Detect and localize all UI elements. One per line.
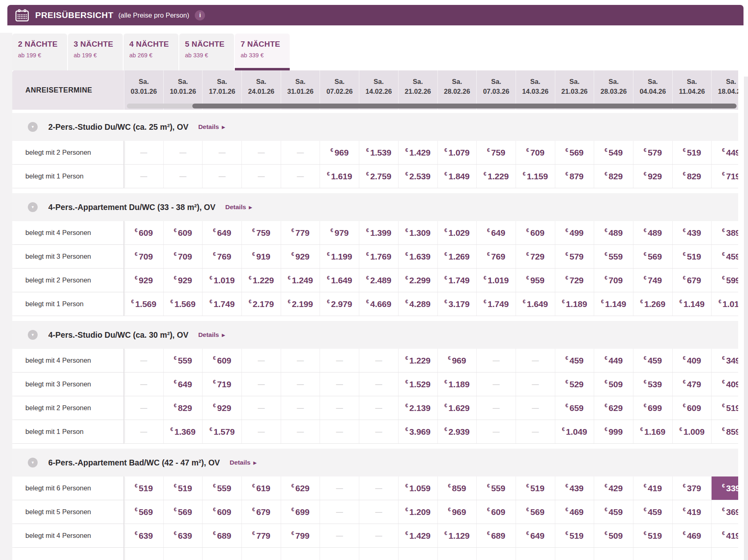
price-cell[interactable]: €1.569 xyxy=(124,292,163,316)
price-cell[interactable]: €919 xyxy=(241,245,281,268)
price-cell[interactable]: €1.309 xyxy=(398,221,437,244)
price-cell[interactable]: €649 xyxy=(163,373,203,396)
price-cell[interactable]: €609 xyxy=(124,221,163,244)
price-cell[interactable]: €859 xyxy=(711,420,738,443)
price-cell[interactable]: €1.749 xyxy=(476,292,516,316)
price-cell[interactable]: €519 xyxy=(555,524,594,547)
price-cell[interactable]: €519 xyxy=(672,245,712,268)
price-cell[interactable]: €519 xyxy=(163,476,203,500)
price-cell[interactable]: €389 xyxy=(711,221,738,244)
price-cell[interactable]: €1.079 xyxy=(437,141,477,164)
price-cell[interactable]: €859 xyxy=(437,476,477,500)
price-cell[interactable]: €719 xyxy=(202,373,241,396)
price-cell[interactable]: €509 xyxy=(594,373,633,396)
price-cell[interactable]: €709 xyxy=(163,245,203,268)
price-cell[interactable]: €579 xyxy=(555,245,594,268)
price-cell[interactable]: €689 xyxy=(202,524,241,547)
price-cell[interactable]: €1.169 xyxy=(633,420,672,443)
info-icon[interactable]: i xyxy=(195,10,205,20)
price-cell[interactable]: €829 xyxy=(163,396,203,420)
price-cell[interactable]: €1.159 xyxy=(516,165,555,188)
price-cell[interactable]: €759 xyxy=(476,141,516,164)
price-cell[interactable]: €1.639 xyxy=(398,245,437,268)
price-cell[interactable]: €449 xyxy=(594,349,633,372)
price-cell[interactable]: €459 xyxy=(633,349,672,372)
price-cell[interactable]: €1.649 xyxy=(320,269,359,292)
price-cell[interactable]: €419 xyxy=(711,524,738,547)
price-cell[interactable]: €2.489 xyxy=(359,269,398,292)
price-cell[interactable]: €629 xyxy=(594,396,633,420)
price-cell[interactable]: €609 xyxy=(516,221,555,244)
price-cell[interactable]: €1.129 xyxy=(437,524,477,547)
price-cell[interactable]: €2.759 xyxy=(359,165,398,188)
tab-4-naechte[interactable]: 4 NÄCHTE ab 269 € xyxy=(124,34,178,70)
price-cell[interactable]: €1.529 xyxy=(398,373,437,396)
price-cell[interactable]: €779 xyxy=(241,524,281,547)
price-cell[interactable]: €569 xyxy=(516,500,555,524)
price-cell[interactable]: €1.009 xyxy=(672,420,712,443)
price-cell[interactable]: €3.969 xyxy=(398,420,437,443)
price-cell[interactable]: €1.019 xyxy=(202,269,241,292)
price-cell[interactable]: €349 xyxy=(711,349,738,372)
price-cell[interactable]: €1.149 xyxy=(672,292,712,316)
details-link[interactable]: Details▶ xyxy=(225,203,252,211)
details-link[interactable]: Details▶ xyxy=(198,331,225,339)
price-cell[interactable]: €2.299 xyxy=(398,269,437,292)
price-cell[interactable]: €519 xyxy=(711,396,738,420)
horizontal-scrollbar-thumb[interactable] xyxy=(192,104,737,108)
price-cell[interactable]: €409 xyxy=(711,373,738,396)
price-cell[interactable]: €929 xyxy=(163,269,203,292)
tab-2-naechte[interactable]: 2 NÄCHTE ab 199 € xyxy=(12,34,67,70)
price-cell[interactable]: €929 xyxy=(281,245,320,268)
price-cell[interactable]: €569 xyxy=(124,500,163,524)
price-cell[interactable]: €639 xyxy=(163,524,203,547)
price-cell[interactable]: €439 xyxy=(672,221,712,244)
price-cell[interactable]: €1.029 xyxy=(437,221,477,244)
price-cell[interactable]: €409 xyxy=(672,349,712,372)
price-cell[interactable]: €519 xyxy=(124,476,163,500)
price-cell[interactable]: €1.269 xyxy=(633,292,672,316)
price-cell[interactable]: €689 xyxy=(476,524,516,547)
price-cell[interactable]: €729 xyxy=(555,269,594,292)
price-cell[interactable]: €1.189 xyxy=(437,373,477,396)
price-cell[interactable]: €459 xyxy=(555,349,594,372)
price-cell[interactable]: €519 xyxy=(672,141,712,164)
price-cell[interactable]: €699 xyxy=(281,500,320,524)
price-cell[interactable]: €709 xyxy=(594,269,633,292)
chevron-down-icon[interactable]: ▼ xyxy=(28,122,38,132)
price-cell[interactable]: €799 xyxy=(281,524,320,547)
price-cell[interactable]: €769 xyxy=(476,245,516,268)
price-cell[interactable]: €1.049 xyxy=(555,420,594,443)
price-cell[interactable]: €429 xyxy=(594,476,633,500)
chevron-down-icon[interactable]: ▼ xyxy=(28,458,38,467)
price-cell[interactable]: €969 xyxy=(437,349,477,372)
price-cell[interactable]: €619 xyxy=(241,476,281,500)
price-cell[interactable]: €1.369 xyxy=(163,420,203,443)
price-cell[interactable]: €1.149 xyxy=(594,292,633,316)
tab-7-naechte[interactable]: 7 NÄCHTE ab 339 € xyxy=(235,34,290,70)
price-cell[interactable]: €749 xyxy=(633,269,672,292)
price-cell[interactable]: €649 xyxy=(516,524,555,547)
price-cell[interactable]: €599 xyxy=(711,269,738,292)
price-cell[interactable]: €579 xyxy=(633,141,672,164)
price-cell[interactable]: €559 xyxy=(202,476,241,500)
price-cell[interactable]: €339 xyxy=(711,476,738,500)
price-cell[interactable]: €379 xyxy=(672,476,712,500)
price-cell[interactable]: €469 xyxy=(672,524,712,547)
price-cell[interactable]: €569 xyxy=(555,141,594,164)
price-cell[interactable]: €609 xyxy=(163,221,203,244)
price-cell[interactable]: €999 xyxy=(594,420,633,443)
price-cell[interactable]: €1.199 xyxy=(320,245,359,268)
price-cell[interactable]: €469 xyxy=(555,500,594,524)
price-cell[interactable]: €4.669 xyxy=(359,292,398,316)
price-cell[interactable]: €459 xyxy=(594,500,633,524)
price-cell[interactable]: €1.749 xyxy=(437,269,477,292)
price-cell[interactable]: €679 xyxy=(241,500,281,524)
price-cell[interactable]: €699 xyxy=(633,396,672,420)
price-cell[interactable]: €459 xyxy=(633,500,672,524)
price-cell[interactable]: €549 xyxy=(594,141,633,164)
price-cell[interactable]: €1.399 xyxy=(359,221,398,244)
price-cell[interactable]: €2.179 xyxy=(241,292,281,316)
price-cell[interactable]: €1.229 xyxy=(476,165,516,188)
price-cell[interactable]: €609 xyxy=(202,500,241,524)
